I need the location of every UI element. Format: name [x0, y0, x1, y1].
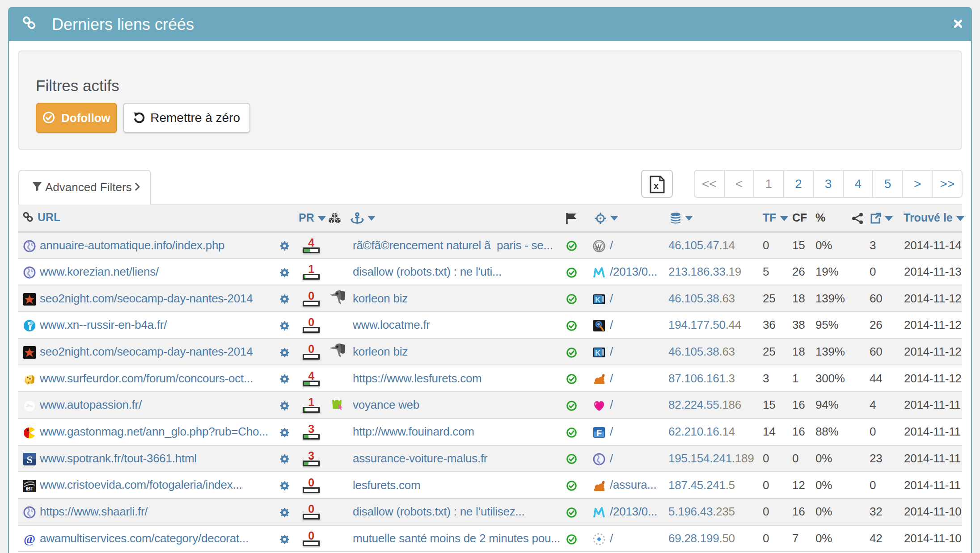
svg-text:x: x [654, 181, 659, 191]
